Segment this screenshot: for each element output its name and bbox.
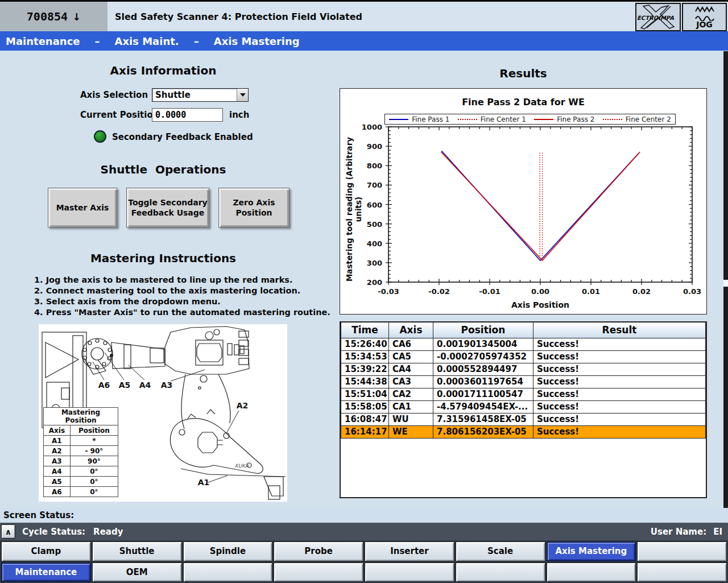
table-cell: CA5	[389, 350, 433, 363]
table-cell: -0.0002705974352	[433, 350, 533, 363]
table-cell: Success!	[533, 363, 706, 375]
breadcrumb-separator: –	[194, 35, 199, 47]
cycle-status-value: Ready	[93, 527, 123, 537]
cycle-status-label: Cycle Status:	[22, 527, 85, 537]
results-table-body: 15:26:40CA60.001901345004Success!15:34:5…	[341, 338, 706, 438]
table-cell: A5	[44, 477, 71, 487]
results-table: Time Axis Position Result 15:26:40CA60.0…	[341, 322, 706, 439]
table-cell: 7.315961458EX-05	[433, 413, 533, 425]
nav-button-probe[interactable]: Probe	[274, 541, 363, 561]
result-row[interactable]: 15:34:53CA5-0.0002705974352Success!	[341, 350, 706, 363]
results-col-result: Result	[533, 322, 706, 338]
table-cell: 7.806156203EX-05	[433, 425, 533, 438]
breadcrumb-axis-mastering[interactable]: Axis Mastering	[214, 35, 300, 47]
table-cell: WU	[389, 413, 433, 425]
nav-button-empty[interactable]	[456, 563, 545, 582]
mastering-col-position: Position	[70, 425, 118, 436]
results-chart: Fine Pass 2 Data for WE Fine Pass 1Fine …	[340, 88, 707, 315]
shuttle-operations-title: Shuttle Operations	[38, 163, 288, 176]
alarm-number-dropdown[interactable]: 700854 ↓	[0, 2, 107, 31]
result-row[interactable]: 15:26:40CA60.001901345004Success!	[341, 338, 706, 350]
chevron-down-icon[interactable]	[237, 89, 248, 101]
svg-text:-0.03: -0.03	[378, 287, 399, 296]
table-cell: 16:08:47	[341, 413, 389, 425]
result-row[interactable]: 16:14:17WE7.806156203EX-05Success!	[341, 425, 706, 438]
mastering-row: A40°	[44, 466, 118, 477]
svg-text:-0.02: -0.02	[428, 287, 449, 296]
nav-button-oem[interactable]: OEM	[92, 563, 182, 582]
robot-diagram: A6 A5 A4 A3 A2 A1 KUKA Mastering Positio…	[39, 324, 287, 502]
result-row[interactable]: 16:08:47WU7.315961458EX-05Success!	[341, 413, 706, 425]
table-cell: CA3	[389, 375, 433, 388]
nav-button-empty[interactable]	[637, 541, 727, 561]
mastering-table-body: A1*A2- 90°A390°A40°A50°A60°	[44, 436, 118, 497]
axis-selection-label: Axis Selection	[80, 90, 148, 100]
jog-label: JOG	[696, 21, 713, 28]
nav-button-inserter[interactable]: Inserter	[365, 541, 454, 561]
scroll-handle[interactable]	[723, 280, 728, 287]
nav-button-axis-mastering[interactable]: Axis Mastering	[547, 541, 636, 561]
table-cell: 15:34:53	[341, 350, 389, 363]
alarm-dropdown-arrow-icon: ↓	[72, 11, 81, 23]
mastering-row: A60°	[44, 487, 118, 497]
table-cell: A6	[44, 487, 71, 497]
table-cell: 15:26:40	[341, 338, 389, 350]
nav-button-empty[interactable]	[183, 563, 273, 582]
table-cell: 90°	[70, 456, 118, 466]
secondary-feedback-label: Secondary Feedback Enabled	[112, 132, 253, 142]
table-cell: 15:39:22	[341, 363, 389, 375]
table-cell: 0°	[70, 477, 118, 487]
op-button-zero-axis-position[interactable]: Zero Axis Position	[218, 188, 289, 228]
axis-label-a4: A4	[139, 381, 151, 390]
nav-button-spindle[interactable]: Spindle	[183, 541, 273, 561]
nav-button-empty[interactable]	[637, 563, 727, 582]
table-cell: A4	[44, 466, 71, 477]
table-cell: CA1	[389, 400, 433, 413]
op-button-master-axis[interactable]: Master Axis	[48, 188, 117, 228]
breadcrumb-maintenance[interactable]: Maintenance	[6, 35, 80, 47]
result-row[interactable]: 15:58:05CA1-4.579409454EX-...Success!	[341, 400, 706, 413]
op-button-toggle-secondary-feedback-usage[interactable]: Toggle Secondary Feedback Usage	[126, 188, 209, 228]
jog-key[interactable]: JOG	[682, 3, 727, 31]
expand-status-button[interactable]: ∧	[1, 524, 15, 539]
svg-text:700: 700	[367, 181, 382, 189]
nav-button-empty[interactable]	[274, 563, 363, 582]
mastering-instructions-list: 1. Jog the axis to be mastered to line u…	[34, 275, 330, 318]
current-position-label: Current Position	[80, 110, 159, 120]
results-table-box: Time Axis Position Result 15:26:40CA60.0…	[340, 321, 707, 498]
table-cell: Success!	[533, 350, 706, 363]
result-row[interactable]: 15:44:38CA30.0003601197654Success!	[341, 375, 706, 388]
nav-button-empty[interactable]	[547, 563, 636, 582]
breadcrumb: Maintenance – Axis Maint. – Axis Masteri…	[0, 31, 728, 51]
nav-button-maintenance[interactable]: Maintenance	[1, 563, 91, 582]
table-cell: 15:44:38	[341, 375, 389, 388]
table-cell: 15:58:05	[341, 400, 389, 413]
svg-text:800: 800	[367, 162, 382, 170]
result-row[interactable]: 15:51:04CA20.0001711100547Success!	[341, 388, 706, 400]
nav-button-shuttle[interactable]: Shuttle	[92, 541, 182, 561]
instruction-step: 1. Jog the axis to be mastered to line u…	[34, 275, 330, 286]
breadcrumb-axis-maint[interactable]: Axis Maint.	[115, 35, 179, 47]
hmi-screen: 700854 ↓ Sled Safety Scanner 4: Protecti…	[0, 0, 728, 583]
nav-button-clamp[interactable]: Clamp	[1, 541, 91, 561]
current-position-field[interactable]	[152, 108, 223, 122]
mastering-row: A1*	[44, 436, 118, 446]
chart-y-axis-title: Mastering tool reading (Arbitrary units)	[345, 132, 363, 287]
chart-x-axis-title: Axis Position	[388, 300, 692, 309]
results-col-time: Time	[341, 322, 389, 338]
axis-selection-dropdown[interactable]: Shuttle	[152, 88, 249, 102]
crossed-tools-icon: ECTROIMPA	[636, 4, 680, 30]
result-row[interactable]: 15:39:22CA40.000552894497Success!	[341, 363, 706, 375]
results-chart-svg: -0.03-0.02-0.010.000.010.020.03200300400…	[340, 89, 706, 313]
mastering-row: A2- 90°	[44, 446, 118, 456]
nav-button-scale[interactable]: Scale	[456, 541, 545, 561]
svg-text:0.01: 0.01	[582, 287, 600, 296]
results-col-axis: Axis	[389, 322, 433, 338]
nav-button-empty[interactable]	[365, 563, 454, 582]
mastering-instructions-title: Mastering Instructions	[38, 251, 288, 265]
table-cell: 0.001901345004	[433, 338, 533, 350]
alarm-message: Sled Safety Scanner 4: Protection Field …	[115, 2, 362, 31]
breadcrumb-separator: –	[95, 35, 100, 47]
alarm-number: 700854	[27, 10, 68, 23]
instruction-step: 4. Press "Master Axis" to run the automa…	[34, 307, 330, 318]
